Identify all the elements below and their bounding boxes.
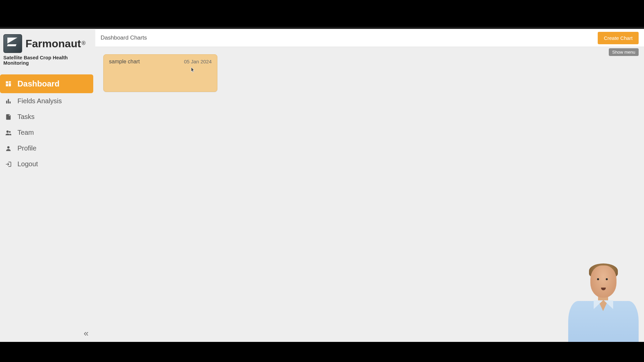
sidebar-item-team[interactable]: Team — [0, 125, 93, 140]
task-icon — [5, 113, 12, 121]
chart-card-date: 05 Jan 2024 — [184, 59, 212, 64]
sidebar-item-label: Team — [17, 129, 34, 136]
letterbox-bottom — [0, 342, 644, 362]
bars-icon — [5, 98, 12, 105]
sidebar-item-fields-analysis[interactable]: Fields Analysis — [0, 93, 93, 109]
svg-point-9 — [7, 146, 10, 148]
svg-rect-0 — [6, 81, 8, 84]
svg-rect-3 — [6, 84, 8, 86]
chevron-double-left-icon: « — [84, 328, 89, 338]
sidebar-item-label: Tasks — [17, 113, 35, 121]
svg-point-7 — [6, 130, 9, 133]
svg-rect-6 — [9, 101, 10, 103]
brand-name: Farmonaut — [25, 38, 81, 50]
sidebar-item-profile[interactable]: Profile — [0, 140, 93, 156]
sidebar-item-logout[interactable]: Logout — [0, 156, 93, 172]
create-chart-button[interactable]: Create Chart — [598, 32, 639, 44]
brand-name-wrap: Farmonaut® — [25, 38, 86, 50]
brand-row: Farmonaut® — [3, 34, 92, 53]
chart-card-title: sample chart — [109, 59, 140, 65]
brand-tagline: Satellite Based Crop Health Monitoring — [3, 55, 92, 66]
sidebar: Farmonaut® Satellite Based Crop Health M… — [0, 29, 95, 342]
logout-icon — [5, 161, 12, 168]
chart-card[interactable]: sample chart 05 Jan 2024 — [103, 54, 217, 92]
pointer-cursor-icon — [190, 67, 196, 73]
sidebar-item-dashboard[interactable]: Dashboard — [0, 74, 93, 93]
registered-mark: ® — [82, 40, 86, 46]
main-area: Dashboard Charts Create Chart Show menu … — [95, 29, 644, 342]
person-icon — [5, 145, 12, 152]
sidebar-nav: Dashboard Fields Analysis Tasks Team — [0, 74, 95, 172]
people-icon — [5, 129, 12, 136]
brand-logo-icon — [3, 34, 22, 53]
sidebar-item-label: Logout — [17, 160, 38, 168]
sidebar-item-label: Dashboard — [17, 79, 59, 88]
sidebar-item-tasks[interactable]: Tasks — [0, 109, 93, 125]
page-header: Dashboard Charts Create Chart — [95, 29, 644, 47]
dashboard-icon — [5, 80, 12, 87]
app-frame: Farmonaut® Satellite Based Crop Health M… — [0, 29, 644, 342]
brand-block: Farmonaut® Satellite Based Crop Health M… — [0, 32, 95, 67]
sidebar-item-label: Fields Analysis — [17, 97, 62, 105]
sidebar-collapse-button[interactable]: « — [84, 328, 89, 339]
svg-rect-4 — [6, 101, 7, 103]
letterbox-top — [0, 0, 644, 27]
svg-rect-5 — [8, 99, 9, 103]
page-title: Dashboard Charts — [101, 35, 594, 41]
content-area: sample chart 05 Jan 2024 — [95, 47, 644, 342]
sidebar-item-label: Profile — [17, 144, 37, 152]
svg-rect-1 — [9, 81, 11, 83]
svg-rect-2 — [9, 83, 11, 86]
svg-point-8 — [9, 131, 11, 133]
